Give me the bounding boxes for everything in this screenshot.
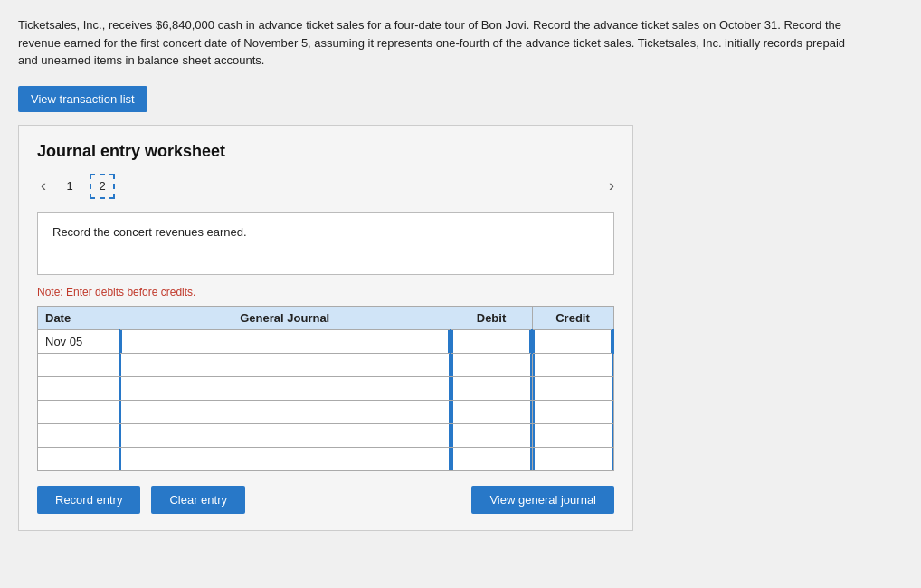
date-cell-3 xyxy=(38,376,119,400)
debit-input-2[interactable] xyxy=(451,354,532,376)
description-text: Ticketsales, Inc., receives $6,840,000 c… xyxy=(18,16,850,70)
debit-input-6[interactable] xyxy=(451,448,532,470)
table-row xyxy=(38,353,614,376)
table-row xyxy=(38,376,614,400)
credit-cell-4[interactable] xyxy=(532,400,613,423)
gj-cell-5[interactable] xyxy=(119,423,451,447)
debit-cell-6[interactable] xyxy=(451,447,532,470)
credit-input-1[interactable] xyxy=(533,330,612,353)
clear-entry-button[interactable]: Clear entry xyxy=(151,486,245,514)
credit-input-2[interactable] xyxy=(533,354,613,376)
credit-cell-3[interactable] xyxy=(532,376,613,400)
col-header-date: Date xyxy=(38,306,119,329)
debit-cell-3[interactable] xyxy=(451,376,532,400)
credit-input-3[interactable] xyxy=(533,377,613,400)
gj-input-4[interactable] xyxy=(119,401,451,423)
date-cell-4 xyxy=(38,400,119,423)
credit-input-5[interactable] xyxy=(533,424,613,447)
gj-input-6[interactable] xyxy=(119,448,451,470)
col-header-general-journal: General Journal xyxy=(119,306,451,329)
note-text: Note: Enter debits before credits. xyxy=(37,286,614,299)
debit-input-5[interactable] xyxy=(451,424,532,447)
gj-cell-1[interactable] xyxy=(119,329,451,353)
worksheet-container: Journal entry worksheet ‹ 1 2 › Record t… xyxy=(18,125,633,531)
date-cell-1: Nov 05 xyxy=(38,329,119,353)
table-row xyxy=(38,400,614,423)
debit-cell-5[interactable] xyxy=(451,423,532,447)
instruction-box: Record the concert revenues earned. xyxy=(37,212,614,275)
debit-cell-4[interactable] xyxy=(451,400,532,423)
debit-cell-2[interactable] xyxy=(451,353,532,376)
col-header-credit: Credit xyxy=(532,306,613,329)
gj-cell-4[interactable] xyxy=(119,400,451,423)
buttons-row: Record entry Clear entry View general jo… xyxy=(37,486,614,514)
gj-cell-6[interactable] xyxy=(119,447,451,470)
tab-navigation: ‹ 1 2 › xyxy=(37,174,614,199)
worksheet-title: Journal entry worksheet xyxy=(37,142,614,161)
credit-cell-1[interactable] xyxy=(532,329,613,353)
gj-input-1[interactable] xyxy=(120,330,451,353)
tab-prev-arrow[interactable]: ‹ xyxy=(37,176,50,195)
credit-cell-6[interactable] xyxy=(532,447,613,470)
gj-input-5[interactable] xyxy=(119,424,451,447)
debit-input-3[interactable] xyxy=(451,377,532,400)
date-cell-5 xyxy=(38,423,119,447)
date-cell-2 xyxy=(38,353,119,376)
credit-input-4[interactable] xyxy=(533,401,613,423)
record-entry-button[interactable]: Record entry xyxy=(37,486,140,514)
credit-cell-5[interactable] xyxy=(532,423,613,447)
instruction-text: Record the concert revenues earned. xyxy=(52,225,247,239)
journal-table: Date General Journal Debit Credit Nov 05 xyxy=(37,306,614,471)
tab-1[interactable]: 1 xyxy=(57,174,82,199)
table-row xyxy=(38,447,614,470)
view-transaction-button[interactable]: View transaction list xyxy=(18,86,147,112)
col-header-debit: Debit xyxy=(451,306,532,329)
credit-input-6[interactable] xyxy=(533,448,613,470)
gj-cell-2[interactable] xyxy=(119,353,451,376)
gj-input-2[interactable] xyxy=(119,354,451,376)
view-general-journal-button[interactable]: View general journal xyxy=(471,486,614,514)
table-row xyxy=(38,423,614,447)
tab-next-arrow[interactable]: › xyxy=(609,176,614,195)
debit-cell-1[interactable] xyxy=(451,329,532,353)
debit-input-1[interactable] xyxy=(451,330,531,353)
date-cell-6 xyxy=(38,447,119,470)
debit-input-4[interactable] xyxy=(451,401,532,423)
table-row: Nov 05 xyxy=(38,329,614,353)
tab-2[interactable]: 2 xyxy=(90,174,115,199)
credit-cell-2[interactable] xyxy=(532,353,613,376)
gj-cell-3[interactable] xyxy=(119,376,451,400)
gj-input-3[interactable] xyxy=(119,377,451,400)
